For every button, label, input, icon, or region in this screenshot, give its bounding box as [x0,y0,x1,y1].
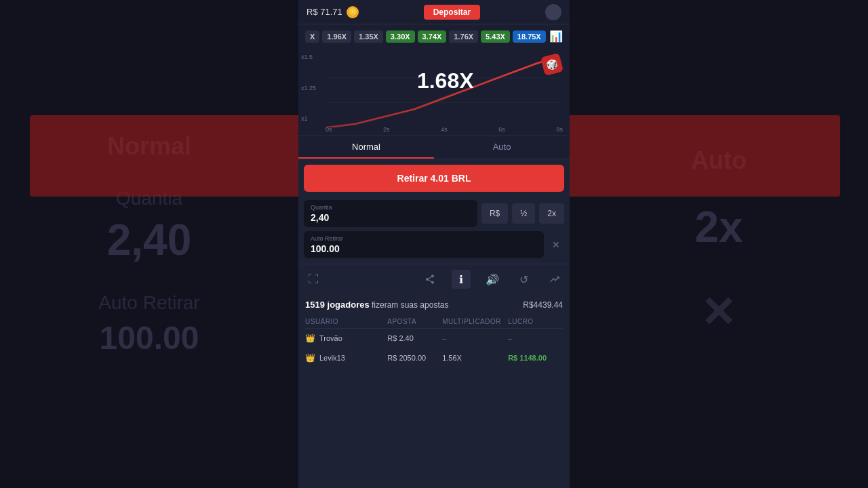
share-icon[interactable] [420,270,439,289]
players-section: 1519 jogadores fizeram suas apostas R$44… [298,294,570,488]
avatar[interactable] [545,4,561,20]
mult-badge-196[interactable]: 1.96X [322,30,351,43]
deposit-button[interactable]: Depositar [424,5,480,20]
bg-auto-value: 100.00 [100,319,199,357]
mult-badge-374[interactable]: 3.74X [418,30,447,43]
header: R$ 71.71 🪙 Depositar [298,0,570,24]
mult-badge-x[interactable]: X [305,30,319,43]
mult-levik: 1.56X [442,354,508,362]
quantia-input-group[interactable]: Quantia 2,40 [304,200,477,227]
current-multiplier: 1.68X [417,68,474,94]
bet-trovao: R$ 2.40 [387,334,442,342]
bg-right-panel: Auto 2x × [570,0,868,488]
balance-display: R$ 71.71 🪙 [307,6,359,18]
y-label-125: x1.25 [301,85,316,92]
players-description: fizeram suas apostas [372,300,448,310]
tab-normal[interactable]: Normal [298,136,434,159]
rs-button[interactable]: R$ [481,203,508,224]
x-label-2: 2s [383,126,390,133]
table-row: 👑 Trovão R$ 2.40 – – [305,329,563,348]
x-label-0: 0s [326,126,332,133]
clear-button[interactable]: ✕ [548,235,564,254]
quantia-row: Quantia 2,40 R$ ½ 2x [304,200,564,227]
auto-retirar-label: Auto Retirar [311,235,537,242]
col-aposta: APOSTA [387,318,442,325]
footer-icons: ⛶ ℹ 🔊 ↺ [298,264,570,294]
expand-icon[interactable]: ⛶ [304,270,323,289]
mult-badge-1875[interactable]: 18.75X [513,30,546,43]
mult-badge-330[interactable]: 3.30X [386,30,415,43]
chart-x-labels: 0s 2s 4s 6s 8s [326,126,563,133]
x-label-4: 4s [441,126,448,133]
players-count: 1519 jogadores fizeram suas apostas [305,300,448,310]
multiplier-bar: X 1.96X 1.35X 3.30X 3.74X 1.76X 5.43X 18… [298,24,570,48]
crown-icon: 👑 [305,333,315,343]
quantia-label: Quantia [311,204,471,211]
half-button[interactable]: ½ [512,203,535,224]
mult-badge-176[interactable]: 1.76X [449,30,478,43]
players-header: 1519 jogadores fizeram suas apostas R$44… [305,300,563,310]
chart-toggle-icon[interactable]: 📊 [549,30,563,43]
profit-trovao: – [508,334,563,342]
bg-left-panel: Normal Quantia 2,40 Auto Retirar 100.00 [0,0,298,488]
x-label-8: 8s [556,126,563,133]
col-multiplicador: MULTIPLICADOR [442,318,508,325]
mult-trovao: – [442,334,508,342]
y-label-15: x1.5 [301,54,316,60]
double-button[interactable]: 2x [539,203,564,224]
tab-auto[interactable]: Auto [434,136,570,159]
auto-retirar-row: Auto Retirar 100.00 ✕ [304,231,564,258]
main-panel: R$ 71.71 🪙 Depositar X 1.96X 1.35X 3.30X… [298,0,570,488]
bg-quantia-value: 2,40 [107,215,192,265]
quantia-value: 2,40 [311,212,471,223]
col-usuario: USUÁRIO [305,318,387,325]
chart-y-labels: x1.5 x1.25 x1 [301,54,316,122]
mult-badge-135[interactable]: 1.35X [354,30,383,43]
input-section: Quantia 2,40 R$ ½ 2x Auto Retirar 100.00… [298,197,570,264]
bet-levik: R$ 2050.00 [387,354,442,362]
player-cell-trovao: 👑 Trovão [305,333,387,343]
bg-x-label: × [703,279,735,342]
player-name-trovao: Trovão [319,334,342,342]
history-icon[interactable]: ↺ [514,270,533,289]
player-cell-levik: 👑 Levik13 [305,353,387,363]
player-name-levik: Levik13 [319,354,345,362]
volume-icon[interactable]: 🔊 [483,270,502,289]
auto-retirar-value: 100.00 [311,243,537,254]
x-label-6: 6s [498,126,505,133]
info-icon[interactable]: ℹ [452,270,471,289]
bg-2x-label: 2x [694,202,743,252]
crown-icon-levik: 👑 [305,353,315,363]
table-row: 👑 Levik13 R$ 2050.00 1.56X R$ 1148.00 [305,348,563,368]
mult-badge-543[interactable]: 5.43X [481,30,510,43]
balance-text: R$ 71.71 [307,7,342,17]
y-label-1: x1 [301,115,316,122]
auto-retirar-input-group[interactable]: Auto Retirar 100.00 [304,231,544,258]
stats-icon[interactable] [545,270,564,289]
coin-icon: 🪙 [347,6,359,18]
mode-tabs: Normal Auto [298,136,570,159]
players-count-number: 1519 jogadores [305,300,370,310]
chart-area: x1.5 x1.25 x1 0s 2s 4s 6s 8s [298,48,570,136]
table-header: USUÁRIO APOSTA MULTIPLICADOR LUCRO [305,315,563,329]
profit-levik: R$ 1148.00 [508,354,563,362]
bg-auto-label: Auto Retirar [98,292,199,314]
col-lucro: LUCRO [508,318,563,325]
players-total: R$4439.44 [523,300,563,310]
action-button[interactable]: Retirar 4.01 BRL [304,165,564,192]
